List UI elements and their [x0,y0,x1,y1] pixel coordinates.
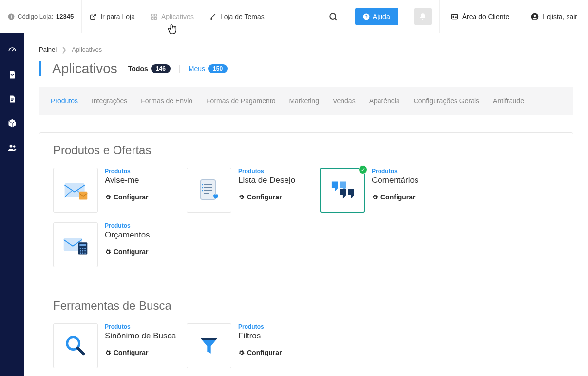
configure-button[interactable]: Configurar [105,248,150,256]
breadcrumb: Painel ❯ Aplicativos [39,46,573,53]
tab-integracoes[interactable]: Integrações [92,97,127,105]
filter-separator [179,65,180,73]
tab-formas-pagamento[interactable]: Formas de Pagamento [206,97,275,105]
svg-point-31 [202,184,203,186]
box-icon [7,119,17,128]
topnav-go-to-store-label: Ir para Loja [100,13,135,20]
svg-point-37 [80,248,81,249]
topnav-go-to-store[interactable]: Ir para Loja [82,13,143,20]
svg-point-45 [84,252,86,254]
configure-button[interactable]: Configurar [238,349,282,356]
account-label: Lojista, sair [543,13,577,20]
configure-label: Configurar [114,193,149,201]
configure-label: Configurar [114,248,149,256]
users-icon [7,143,18,153]
configure-button[interactable]: Configurar [372,193,418,201]
tab-config-gerais[interactable]: Configurações Gerais [414,97,479,105]
app-icon-filters[interactable] [187,323,231,368]
svg-point-38 [82,248,84,249]
app-icon-comments[interactable]: ✓ [320,168,365,213]
app-name: Orçamentos [105,230,150,240]
app-category: Produtos [238,168,295,175]
filter-mine-label: Meus [189,65,205,73]
svg-rect-5 [154,14,156,16]
app-grid-products: Produtos Avise-me Configurar Produtos [53,168,559,267]
mail-calc-icon [62,233,89,257]
svg-rect-1 [11,16,12,18]
gear-icon [238,350,245,356]
funnel-icon [198,335,220,357]
section-divider [53,285,559,285]
info-icon [8,13,15,20]
account-link[interactable]: Lojista, sair [520,0,588,33]
tab-formas-envio[interactable]: Formas de Envio [141,97,192,105]
filter-all[interactable]: Todos 146 [128,64,171,73]
app-category: Produtos [238,323,282,330]
svg-rect-26 [201,180,215,199]
tab-vendas[interactable]: Vendas [333,97,356,105]
client-area-link[interactable]: Área do Cliente [440,0,521,33]
svg-line-9 [335,18,337,20]
app-name: Filtros [238,331,282,341]
configure-button[interactable]: Configurar [238,193,295,201]
configure-button[interactable]: Configurar [105,349,176,356]
app-name: Sinônimo de Busca [105,331,176,341]
id-card-icon [451,13,458,20]
breadcrumb-root[interactable]: Painel [39,46,57,53]
search-icon [328,12,338,21]
content-card: Produtos e Ofertas Produtos Avise-me Con… [39,132,573,376]
app-synonym: Produtos Sinônimo de Busca Configurar [53,323,177,368]
svg-point-32 [202,187,203,189]
filter-all-count: 146 [151,64,171,73]
help-label: Ajuda [373,13,390,20]
topnav: Ir para Loja Aplicativos Loja de Temas [82,0,272,33]
configure-button[interactable]: Configurar [105,193,149,201]
app-category: Produtos [105,222,150,229]
filter-group: Todos 146 Meus 150 [128,64,228,73]
app-filters: Produtos Filtros Configurar [187,323,310,368]
chevron-right-icon: ❯ [61,46,67,53]
app-icon-aviseme[interactable] [53,168,98,213]
quotes-icon [329,179,356,201]
notifications-button[interactable] [414,8,432,25]
store-code: Código Loja: 12345 [0,0,82,33]
app-category: Produtos [105,168,149,175]
topnav-theme-store[interactable]: Loja de Temas [202,13,272,20]
app-icon-budgets[interactable] [53,222,98,267]
tab-antifraude[interactable]: Antifraude [493,97,524,105]
topnav-apps[interactable]: Aplicativos [143,13,202,20]
app-comments: ✓ Produtos Comentários Configurar [320,168,444,213]
tab-produtos[interactable]: Produtos [51,97,78,105]
sidebar-documents[interactable] [7,94,18,104]
tab-marketing[interactable]: Marketing [289,97,319,105]
filter-mine[interactable]: Meus 150 [189,64,228,73]
tab-aparencia[interactable]: Aparência [369,97,400,105]
main-content: Painel ❯ Aplicativos Aplicativos Todos 1… [24,33,588,376]
shopping-bag-icon [7,70,17,79]
app-icon-synonym[interactable] [53,323,98,368]
svg-point-39 [84,248,86,249]
app-name: Lista de Desejo [238,176,295,185]
svg-point-17 [534,14,536,17]
sidebar-orders[interactable] [7,69,18,80]
svg-rect-4 [152,14,153,16]
help-icon: ? [363,13,370,20]
sidebar-customers[interactable] [7,142,18,153]
sidebar-products[interactable] [7,118,18,129]
app-name: Comentários [372,176,418,185]
help-button[interactable]: ? Ajuda [355,8,398,25]
configure-label: Configurar [247,193,282,201]
app-icon-wishlist[interactable] [187,168,231,213]
bell-icon [419,13,427,20]
svg-line-3 [93,14,95,17]
svg-point-43 [80,252,81,254]
configure-label: Configurar [247,349,282,356]
sidebar-dashboard[interactable] [7,45,18,56]
section-title-search: Ferramentas de Busca [53,299,559,313]
breadcrumb-current: Aplicativos [72,46,102,53]
svg-line-47 [78,348,84,354]
mail-box-icon [62,178,89,202]
svg-point-42 [84,250,86,252]
search-button[interactable] [323,7,343,26]
svg-text:?: ? [365,14,368,19]
